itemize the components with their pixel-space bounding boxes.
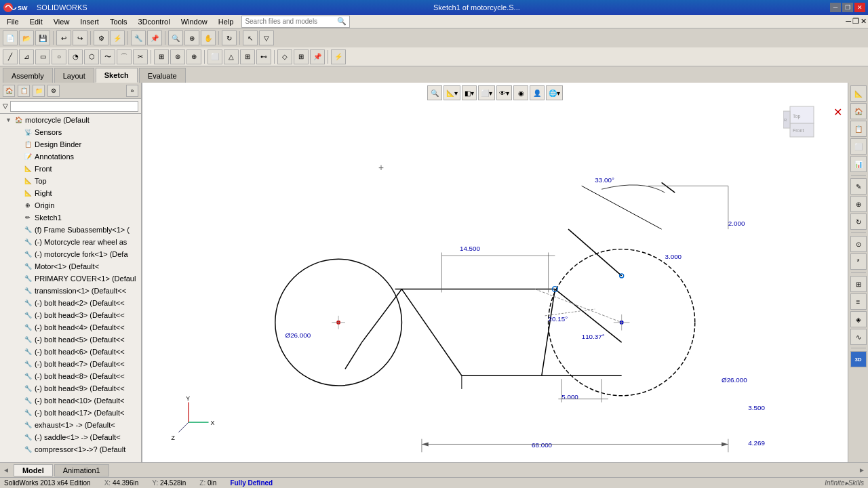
menu-insert[interactable]: Insert — [75, 16, 104, 27]
tree-item[interactable]: 🔧PRIMARY COVER<1> (Defaul — [0, 272, 141, 285]
sketch-rect-btn[interactable]: ▭ — [35, 49, 50, 64]
inner-minimize-btn[interactable]: ─ — [846, 17, 851, 26]
zoom-btn[interactable]: 🔍 — [168, 30, 183, 45]
sketch-dim-btn[interactable]: ◇ — [277, 49, 292, 64]
rebuild-btn[interactable]: ⚙ — [94, 30, 108, 45]
tree-item[interactable]: 🔧exhaust<1> -> (Default< — [0, 419, 141, 431]
rp-btn-7[interactable]: ⊕ — [850, 196, 867, 212]
tab-layout[interactable]: Layout — [54, 68, 94, 83]
tree-item[interactable]: 📐Front — [0, 163, 141, 175]
sketch-spline-btn[interactable]: 〜 — [100, 49, 115, 64]
tree-item[interactable]: ✏Sketch1 — [0, 211, 141, 224]
rp-btn-4[interactable]: ⬜ — [850, 138, 867, 155]
sketch-offset-btn[interactable]: ⊞ — [154, 49, 169, 64]
filter-btn[interactable]: ▽ — [259, 30, 274, 45]
realview-btn[interactable]: ◉ — [513, 85, 528, 100]
tree-item[interactable]: 📋Design Binder — [0, 138, 141, 150]
sketch-circle-btn[interactable]: ○ — [52, 49, 66, 64]
new-btn[interactable]: 📄 — [3, 30, 18, 45]
tree-item[interactable]: 🔧(-) bolt head<10> (Default< — [0, 394, 141, 407]
rp-btn-2[interactable]: 🏠 — [850, 103, 867, 119]
tree-item[interactable]: 🔧(-) bolt head<9> (Default<< — [0, 382, 141, 394]
sketch-pattern-btn[interactable]: ⊛ — [170, 49, 185, 64]
hide-show-btn[interactable]: 👁▾ — [496, 85, 512, 100]
rp-btn-3[interactable]: 📋 — [850, 121, 867, 137]
menu-view[interactable]: View — [48, 16, 75, 27]
sketch-fillet-btn[interactable]: ⌒ — [117, 49, 132, 64]
sketch-rel-btn[interactable]: ⊞ — [294, 49, 309, 64]
tree-item[interactable]: 🔧(-) motorcycle fork<1> (Defa — [0, 248, 141, 260]
rp-btn-10[interactable]: * — [850, 253, 867, 270]
rp-btn-9[interactable]: ⊙ — [850, 236, 867, 252]
tree-item[interactable]: 🔧(-) Motorcycle rear wheel as — [0, 236, 141, 248]
select-btn[interactable]: ↖ — [243, 30, 258, 45]
tree-item[interactable]: 🔧(f) Frame Subassembly<1> ( — [0, 224, 141, 236]
tab-sketch[interactable]: Sketch — [96, 68, 138, 83]
tree-item[interactable]: 🔧(-) bolt head<5> (Default<< — [0, 333, 141, 346]
rp-btn-14[interactable]: ∿ — [850, 329, 867, 345]
tree-item[interactable]: 🔧Motor<1> (Default< — [0, 260, 141, 272]
rp-btn-6[interactable]: ✎ — [850, 178, 867, 195]
animation1-tab[interactable]: Animation1 — [54, 464, 109, 476]
feature-mgr-icon[interactable]: 🏠 — [3, 85, 15, 97]
property-mgr-icon[interactable]: 📋 — [18, 85, 30, 97]
sketch-mirror-btn[interactable]: ⊕ — [186, 49, 201, 64]
menu-help[interactable]: Help — [213, 16, 239, 27]
rp-btn-3d[interactable]: 3D — [850, 351, 867, 367]
sketch-snap-btn[interactable]: ⊷ — [256, 49, 271, 64]
tab-assembly[interactable]: Assembly — [3, 68, 53, 83]
tree-item[interactable]: 🔧(-) bolt head<3> (Default<< — [0, 309, 141, 321]
rp-btn-12[interactable]: ≡ — [850, 293, 867, 310]
display-mode-btn[interactable]: ⬜▾ — [478, 85, 495, 100]
redo-btn[interactable]: ↪ — [73, 30, 87, 45]
close-sketch-panel-btn[interactable]: ✕ — [833, 106, 842, 119]
options-btn[interactable]: 🔧 — [131, 30, 146, 45]
shadows-btn[interactable]: 👤 — [530, 85, 545, 100]
restore-btn[interactable]: ❐ — [842, 3, 853, 12]
rotate-btn[interactable]: ↻ — [222, 30, 237, 45]
close-btn[interactable]: ✕ — [854, 3, 865, 12]
save-btn[interactable]: 💾 — [35, 30, 50, 45]
sketch-rapid-btn[interactable]: ⚡ — [331, 49, 346, 64]
zoom2-btn[interactable]: ⊕ — [184, 30, 199, 45]
snap-btn[interactable]: 📌 — [147, 30, 162, 45]
inner-close-btn[interactable]: ✕ — [861, 17, 867, 26]
rp-btn-13[interactable]: ◈ — [850, 311, 867, 327]
open-btn[interactable]: 📂 — [19, 30, 34, 45]
tree-item[interactable]: ▼🏠motorcycle (Default — [0, 114, 141, 126]
tree-item[interactable]: 🔧(-) bolt head<6> (Default<< — [0, 346, 141, 358]
dim-xpert-icon[interactable]: ⚙ — [47, 85, 60, 97]
tree-item[interactable]: 📐Right — [0, 187, 141, 199]
sketch-grid-btn[interactable]: ⊞ — [240, 49, 255, 64]
tree-item[interactable]: 🔧(-) bolt head<7> (Default<< — [0, 358, 141, 370]
zoom-to-fit-btn[interactable]: 🔍 — [427, 85, 442, 100]
menu-file[interactable]: File — [1, 16, 24, 27]
sketch-line-btn[interactable]: ╱ — [3, 49, 18, 64]
panel-expand-btn[interactable]: » — [126, 85, 138, 97]
tree-item[interactable]: 🔧transmission<1> (Default<< — [0, 285, 141, 297]
menu-window[interactable]: Window — [176, 16, 213, 27]
rp-btn-11[interactable]: ⊞ — [850, 276, 867, 292]
sketch-convert-btn[interactable]: ⬜ — [208, 49, 222, 64]
tree-item[interactable]: 🔧(-) bolt head<4> (Default<< — [0, 321, 141, 333]
view-orient-btn[interactable]: 📐▾ — [443, 85, 460, 100]
tree-item[interactable]: 🔧(-) saddle<1> -> (Default< — [0, 431, 141, 443]
sketch-line2-btn[interactable]: ⊿ — [19, 49, 34, 64]
sketch-trim-btn[interactable]: ✂ — [133, 49, 148, 64]
tree-item[interactable]: 🔧(-) bolt head<17> (Default< — [0, 407, 141, 419]
sketch-arc-btn[interactable]: ◔ — [68, 49, 83, 64]
rp-btn-8[interactable]: ↻ — [850, 214, 867, 230]
rp-btn-1[interactable]: 📐 — [850, 85, 867, 102]
sketch-intersect-btn[interactable]: △ — [224, 49, 239, 64]
section-view-btn[interactable]: ◧▾ — [462, 85, 477, 100]
sketch-fix-btn[interactable]: 📌 — [310, 49, 325, 64]
sketch-poly-btn[interactable]: ⬡ — [84, 49, 99, 64]
rebuild2-btn[interactable]: ⚡ — [110, 30, 125, 45]
minimize-btn[interactable]: ─ — [830, 3, 841, 12]
tree-item[interactable]: 🔧(-) bolt head<8> (Default<< — [0, 370, 141, 382]
view-cube[interactable]: Top Front R — [783, 103, 821, 140]
tree-item[interactable]: ⊕Origin — [0, 199, 141, 211]
menu-3dcontrol[interactable]: 3Dcontrol — [133, 16, 176, 27]
tree-item[interactable]: 🔧(-) bolt head<2> (Default<< — [0, 297, 141, 309]
undo-btn[interactable]: ↩ — [56, 30, 71, 45]
